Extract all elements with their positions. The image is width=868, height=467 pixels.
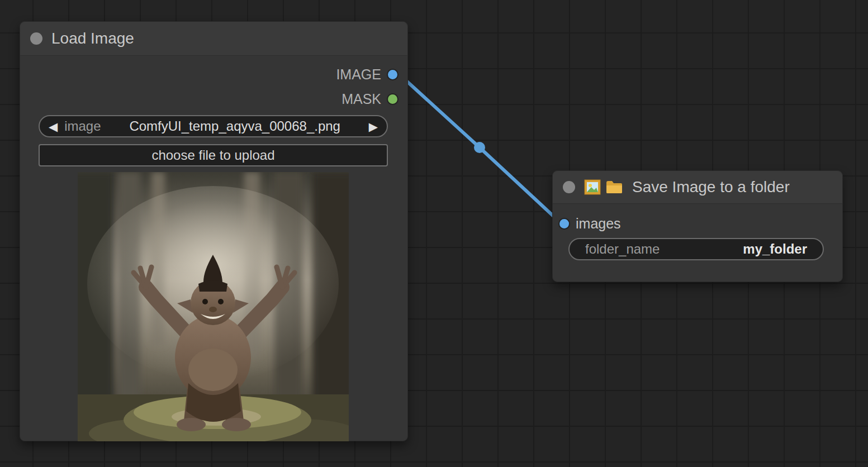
node-title-text: Load Image: [51, 30, 134, 47]
combo-prev-arrow[interactable]: ◀: [49, 121, 58, 132]
combo-value: ComfyUI_temp_aqyva_00068_.png: [101, 118, 369, 134]
folder-icon: [605, 180, 623, 194]
picture-icon: [584, 179, 601, 195]
node-graph-canvas[interactable]: { "canvas": { "background": "#242424", "…: [0, 0, 868, 467]
upload-button-label: choose file to upload: [151, 147, 274, 163]
troll-image: [78, 172, 349, 441]
combo-next-arrow[interactable]: ▶: [369, 121, 378, 132]
folder-name-label: folder_name: [585, 241, 743, 257]
input-images-dot[interactable]: [558, 218, 570, 230]
image-preview: [78, 172, 349, 441]
folder-name-widget[interactable]: folder_name my_folder: [568, 238, 824, 260]
input-port-images: images: [558, 216, 621, 231]
title-icons: [584, 179, 623, 195]
output-image-label: IMAGE: [336, 66, 381, 83]
output-image-dot[interactable]: [387, 69, 399, 80]
output-mask-dot[interactable]: [387, 93, 399, 105]
collapse-dot[interactable]: [30, 32, 42, 45]
combo-label: image: [64, 118, 101, 134]
output-port-image: IMAGE: [336, 66, 399, 82]
node-load-image[interactable]: Load Image IMAGE MASK ◀ image ComfyUI_te…: [20, 21, 408, 441]
link-image-to-images[interactable]: [398, 73, 562, 222]
folder-name-value: my_folder: [743, 241, 807, 257]
collapse-dot[interactable]: [563, 181, 575, 193]
image-combo-widget[interactable]: ◀ image ComfyUI_temp_aqyva_00068_.png ▶: [39, 115, 388, 137]
input-images-label: images: [576, 216, 621, 232]
output-mask-label: MASK: [341, 91, 381, 107]
node-save-image[interactable]: Save Image to a folder images folder_nam…: [552, 170, 843, 282]
node-load-image-titlebar[interactable]: Load Image: [20, 22, 407, 56]
upload-button[interactable]: choose file to upload: [39, 144, 388, 166]
output-port-mask: MASK: [341, 91, 399, 107]
link-reroute-dot[interactable]: [474, 142, 485, 153]
node-save-image-titlebar[interactable]: Save Image to a folder: [553, 171, 842, 204]
node-title-text: Save Image to a folder: [632, 178, 790, 196]
